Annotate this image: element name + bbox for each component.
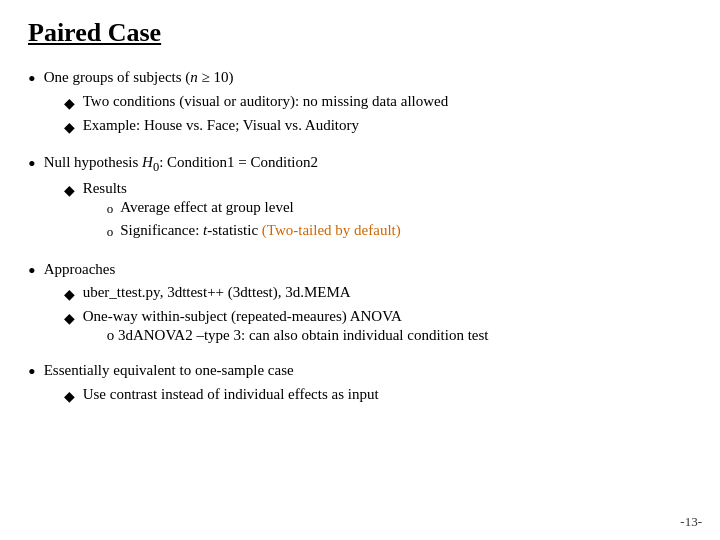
- bullet-3-content: Approaches ◆ uber_ttest.py, 3dttest++ (3…: [44, 258, 692, 350]
- subsub-list-3-2: o 3dANOVA2 –type 3: can also obtain indi…: [107, 327, 489, 344]
- subsub-text-2-1-1: Average effect at group level: [120, 199, 294, 216]
- sub-item-1-2-text: Example: House vs. Face; Visual vs. Audi…: [83, 117, 359, 134]
- sub-item-1-1: ◆ Two conditions (visual or auditory): n…: [64, 93, 692, 114]
- bullet-4-text: Essentially equivalent to one-sample cas…: [44, 362, 294, 378]
- bullet-2-content: Null hypothesis H0: Condition1 = Conditi…: [44, 151, 692, 248]
- italic-t: t: [203, 222, 207, 238]
- subsub-list-2-1: o Average effect at group level o Signif…: [107, 199, 401, 243]
- sub-item-2-1: ◆ Results o Average effect at group leve…: [64, 180, 692, 245]
- diamond-icon-3-1: ◆: [64, 284, 75, 305]
- sub-item-3-2-text: One-way within-subject (repeated-meaures…: [83, 308, 402, 324]
- bullet-3-subs: ◆ uber_ttest.py, 3dttest++ (3dttest), 3d…: [64, 284, 692, 346]
- bullet-1-text: One groups of subjects (n ≥ 10): [44, 69, 234, 85]
- bullet-3: • Approaches ◆ uber_ttest.py, 3dttest++ …: [28, 258, 692, 350]
- bullet-dot-1: •: [28, 66, 36, 92]
- subsub-text-2-1-2: Significance: t-statistic (Two-tailed by…: [120, 222, 401, 239]
- sub-item-1-1-text: Two conditions (visual or auditory): no …: [83, 93, 449, 110]
- bullet-dot-3: •: [28, 258, 36, 284]
- bullet-2-text: Null hypothesis H0: Condition1 = Conditi…: [44, 154, 318, 170]
- diamond-icon-2-1: ◆: [64, 180, 75, 201]
- sub-item-3-2: ◆ One-way within-subject (repeated-meaur…: [64, 308, 692, 346]
- subsub-item-2-1-1: o Average effect at group level: [107, 199, 401, 220]
- bullet-4-subs: ◆ Use contrast instead of individual eff…: [64, 386, 692, 407]
- bullet-dot-4: •: [28, 359, 36, 385]
- sub-item-4-1: ◆ Use contrast instead of individual eff…: [64, 386, 692, 407]
- italic-n: n: [190, 69, 198, 85]
- bullet-dot-2: •: [28, 151, 36, 177]
- diamond-icon-3-2: ◆: [64, 308, 75, 329]
- sub-item-2-1-content: Results o Average effect at group level …: [83, 180, 401, 245]
- sub-item-4-1-text: Use contrast instead of individual effec…: [83, 386, 379, 403]
- page-title: Paired Case: [28, 18, 692, 48]
- diamond-icon-1-2: ◆: [64, 117, 75, 138]
- circle-bullet-1: o: [107, 199, 114, 220]
- sub-item-2-1-text: Results: [83, 180, 127, 196]
- bullet-2: • Null hypothesis H0: Condition1 = Condi…: [28, 151, 692, 248]
- diamond-icon-4-1: ◆: [64, 386, 75, 407]
- sub-item-3-1-text: uber_ttest.py, 3dttest++ (3dttest), 3d.M…: [83, 284, 351, 301]
- bullet-1-content: One groups of subjects (n ≥ 10) ◆ Two co…: [44, 66, 692, 141]
- circle-bullet-2: o: [107, 222, 114, 243]
- page-number: -13-: [680, 514, 702, 530]
- sub-item-3-2-content: One-way within-subject (repeated-meaures…: [83, 308, 489, 346]
- subsub-text-3-2-1: o 3dANOVA2 –type 3: can also obtain indi…: [107, 327, 489, 344]
- bullet-2-subs: ◆ Results o Average effect at group leve…: [64, 180, 692, 245]
- highlight-two-tailed: (Two-tailed by default): [262, 222, 401, 238]
- italic-H0: H: [142, 154, 153, 170]
- bullet-4-content: Essentially equivalent to one-sample cas…: [44, 359, 692, 410]
- sub-item-3-1: ◆ uber_ttest.py, 3dttest++ (3dttest), 3d…: [64, 284, 692, 305]
- diamond-icon-1-1: ◆: [64, 93, 75, 114]
- subsub-item-3-2-1: o 3dANOVA2 –type 3: can also obtain indi…: [107, 327, 489, 344]
- bullet-3-text: Approaches: [44, 261, 116, 277]
- bullet-1: • One groups of subjects (n ≥ 10) ◆ Two …: [28, 66, 692, 141]
- sub-item-1-2: ◆ Example: House vs. Face; Visual vs. Au…: [64, 117, 692, 138]
- bullet-4: • Essentially equivalent to one-sample c…: [28, 359, 692, 410]
- subscript-0: 0: [153, 160, 159, 174]
- subsub-item-2-1-2: o Significance: t-statistic (Two-tailed …: [107, 222, 401, 243]
- bullet-1-subs: ◆ Two conditions (visual or auditory): n…: [64, 93, 692, 138]
